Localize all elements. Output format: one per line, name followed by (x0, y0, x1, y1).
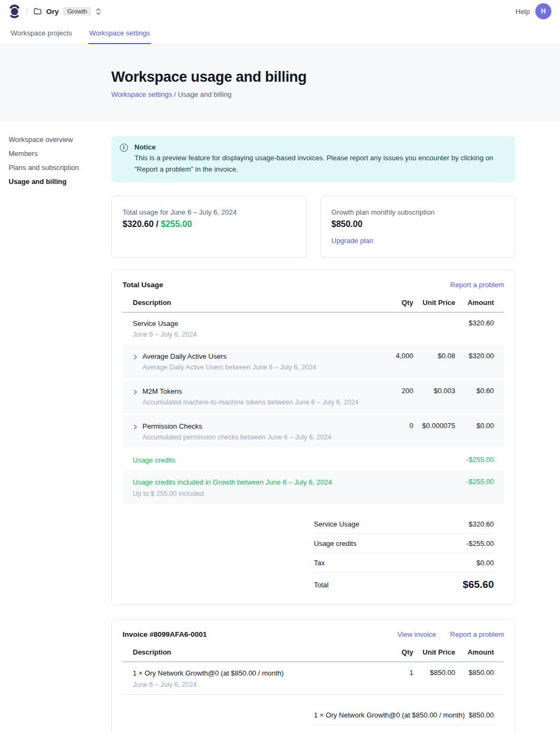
row-amount: -$255.00 (455, 476, 494, 486)
invoice-table-row: 1 × Ory Network Growth@0 (at $850.00 / m… (123, 662, 504, 695)
row-qty (379, 454, 413, 456)
row-subtext: Accumulated machine-to-machine tokens be… (142, 397, 358, 407)
usage-card-title: Total Usage (123, 281, 163, 289)
notice-title: Notice (134, 143, 507, 151)
row-subtext: Average Daily Active Users between June … (142, 363, 317, 372)
row-unit-price (413, 317, 455, 319)
total-value: $65.60 (463, 579, 494, 591)
subscription-label: Growth plan monthly subscription (332, 208, 505, 216)
total-usage-summary-card: Total usage for June 6 – July 6, 2024 $3… (111, 196, 307, 258)
column-unit-price: Unit Price (413, 299, 455, 307)
upgrade-plan-link[interactable]: Upgrade plan (332, 237, 374, 245)
row-amount: $850.00 (455, 667, 494, 677)
row-description: 1 × Ory Network Growth@0 (at $850.00 / m… (133, 667, 284, 679)
usage-table-row: Average Daily Active Users Average Daily… (123, 345, 504, 378)
row-subtext: June 6 – July 6, 2024 (133, 330, 197, 339)
usage-table-row: M2M Tokens Accumulated machine-to-machin… (123, 380, 504, 413)
column-description: Description (133, 648, 379, 656)
invoice-card: Invoice #8099AFA6-0001 View invoice Repo… (111, 619, 515, 732)
total-usage-card: Total Usage Report a problem Description… (111, 269, 515, 606)
row-qty (379, 317, 413, 319)
summary-row: Tax $0.00 (314, 553, 494, 573)
breadcrumb-separator: / (172, 90, 178, 98)
report-a-problem-link[interactable]: Report a problem (450, 281, 504, 289)
summary-row: Tax $0.00 (314, 725, 494, 732)
row-subtext: Up to $ 255.00 included (133, 489, 332, 499)
row-unit-price: $0.003 (413, 385, 455, 395)
page-header: Workspace usage and billing Workspace se… (0, 45, 560, 121)
breadcrumb-current: Usage and billing (178, 90, 232, 98)
help-link[interactable]: Help (515, 8, 530, 16)
row-amount: -$255.00 (455, 454, 494, 464)
subscription-amount: $850.00 (332, 219, 505, 229)
invoice-title: Invoice #8099AFA6-0001 (123, 630, 207, 638)
sidebar-item[interactable]: Members (9, 150, 111, 158)
row-description: Permission Checks (142, 420, 332, 432)
invoice-table-header: Description Qty Unit Price Amount (123, 648, 504, 662)
row-unit-price (413, 454, 455, 456)
row-qty: 4,000 (379, 350, 413, 360)
column-qty: Qty (379, 648, 413, 656)
workspace-tabbar: Workspace projects Workspace settings (0, 23, 560, 45)
row-qty (379, 476, 413, 478)
report-a-problem-link[interactable]: Report a problem (450, 630, 504, 638)
top-navigation-bar: / Ory Growth Help H (0, 0, 560, 23)
summary-row: Service Usage $320.60 (314, 515, 494, 534)
row-qty: 0 (379, 420, 413, 430)
sidebar-item[interactable]: Usage and billing (9, 178, 111, 186)
row-subtext: Accumulated permission checks between Ju… (142, 432, 332, 442)
subscription-card: Growth plan monthly subscription $850.00… (320, 196, 516, 258)
usage-amount: $320.60 / $255.00 (123, 219, 296, 229)
row-qty: 200 (379, 385, 413, 395)
sidebar-item[interactable]: Workspace overview (9, 136, 111, 144)
row-unit-price: $0.08 (413, 350, 455, 360)
breadcrumb-separator: / (26, 7, 28, 16)
row-amount: $0.60 (455, 385, 494, 395)
chevron-right-icon[interactable] (133, 354, 142, 360)
usage-table-row: Usage credits -$255.00 (123, 449, 504, 471)
tab-workspace-settings[interactable]: Workspace settings (88, 23, 151, 44)
user-avatar[interactable]: H (535, 3, 551, 19)
plan-badge: Growth (63, 7, 91, 16)
tab-workspace-projects[interactable]: Workspace projects (10, 23, 73, 44)
summary-row: 1 × Ory Network Growth@0 (at $850.00 / m… (314, 706, 494, 725)
row-unit-price (413, 476, 455, 478)
ory-logo-icon[interactable] (9, 4, 20, 19)
workspace-switcher[interactable]: Ory Growth (33, 7, 101, 16)
total-label: Total (314, 581, 328, 589)
invoice-table: Description Qty Unit Price Amount 1 × Or… (123, 648, 504, 695)
usage-summary: Service Usage $320.60 Usage credits -$25… (314, 515, 494, 592)
row-qty: 1 (379, 667, 413, 677)
row-amount: $320.60 (455, 317, 494, 327)
usage-credit-amount: $255.00 (161, 219, 192, 229)
summary-row: Usage credits -$255.00 (314, 534, 494, 553)
info-icon: i (120, 144, 128, 152)
row-amount: $0.00 (455, 420, 494, 430)
folder-icon (33, 7, 42, 16)
row-description: Usage credits (133, 454, 175, 466)
row-description: Service Usage (133, 317, 197, 329)
breadcrumb-link-workspace-settings[interactable]: Workspace settings (111, 90, 172, 98)
row-unit-price: $850.00 (413, 667, 455, 677)
notice-body: This is a preview feature for displaying… (134, 153, 507, 175)
usage-table-row: Permission Checks Accumulated permission… (123, 415, 504, 448)
row-description: M2M Tokens (142, 385, 358, 397)
usage-table: Description Qty Unit Price Amount Servic… (123, 299, 504, 504)
row-subtext: June 6 – July 6, 2024 (133, 680, 284, 690)
column-unit-price: Unit Price (413, 648, 455, 656)
view-invoice-link[interactable]: View invoice (398, 630, 436, 638)
workspace-name: Ory (46, 8, 59, 16)
usage-period-label: Total usage for June 6 – July 6, 2024 (123, 208, 296, 216)
column-amount: Amount (455, 648, 494, 656)
usage-table-row: Usage credits included in Growth between… (123, 471, 504, 504)
notice-banner: i Notice This is a preview feature for d… (111, 136, 515, 182)
usage-total-row: Total $65.60 (314, 573, 494, 592)
sidebar-item[interactable]: Plans and subscription (9, 164, 111, 172)
chevron-updown-icon (96, 8, 101, 16)
settings-sidebar: Workspace overview Members Plans and sub… (0, 136, 111, 732)
row-description: Average Daily Active Users (142, 350, 317, 362)
column-description: Description (133, 299, 379, 307)
chevron-right-icon[interactable] (133, 424, 142, 430)
row-unit-price: $0.000075 (413, 420, 455, 430)
chevron-right-icon[interactable] (133, 389, 142, 395)
